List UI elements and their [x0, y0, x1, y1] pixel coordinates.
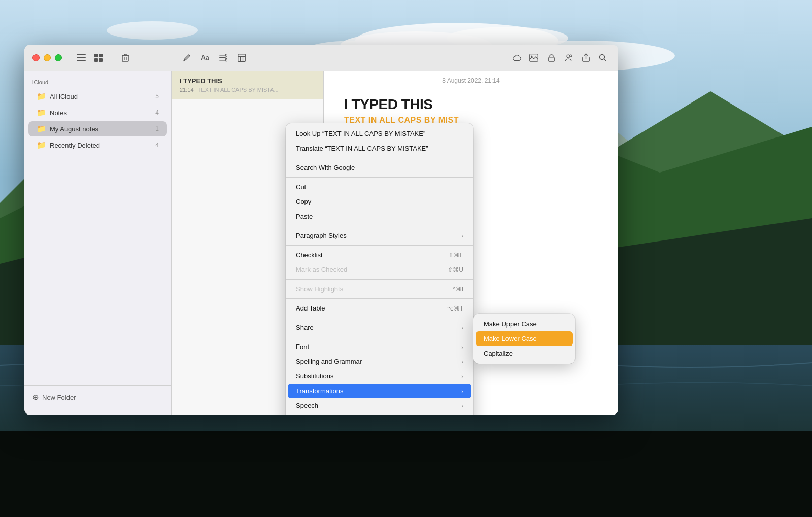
- ctx-translate[interactable]: Translate “TEXT IN ALL CAPS BY MISTAKE”: [288, 141, 471, 156]
- sidebar-item-label-all-icloud: All iCloud: [50, 93, 153, 100]
- ctx-sep-7: [286, 318, 473, 318]
- folder-icon-all-icloud: 📁: [37, 92, 46, 101]
- ctx-font[interactable]: Font ›: [288, 339, 471, 354]
- sidebar-item-my-august-notes[interactable]: 📁 My August notes 1: [28, 121, 167, 136]
- app-window: Aa: [24, 45, 618, 415]
- ctx-translate-label: Translate “TEXT IN ALL CAPS BY MISTAKE”: [296, 145, 428, 152]
- compose-icon[interactable]: [182, 53, 192, 63]
- ctx-search-google[interactable]: Search With Google: [288, 160, 471, 175]
- context-menu: Look Up “TEXT IN ALL CAPS BY MISTAKE” Tr…: [286, 123, 473, 415]
- toolbar-right-icons: [512, 53, 608, 63]
- new-folder-button[interactable]: ⊕ New Folder: [32, 391, 76, 404]
- ctx-mark-as-checked-shortcut: ⇧⌘U: [448, 266, 463, 273]
- svg-point-27: [225, 54, 227, 56]
- ctx-sep-5: [286, 279, 473, 280]
- ctx-paragraph-styles-arrow: ›: [461, 233, 463, 239]
- close-button[interactable]: [32, 54, 40, 61]
- sidebar-item-label-notes: Notes: [50, 109, 153, 117]
- ctx-share[interactable]: Share ›: [288, 320, 471, 335]
- folder-icon-deleted: 📁: [37, 141, 46, 150]
- sidebar-item-all-icloud[interactable]: 📁 All iCloud 5: [28, 89, 167, 104]
- media-icon[interactable]: [529, 53, 539, 63]
- svg-rect-19: [94, 54, 98, 57]
- ctx-mark-as-checked-label: Mark as Checked: [296, 266, 347, 273]
- sidebar-item-label-august: My August notes: [50, 125, 153, 133]
- grid-view-icon[interactable]: [93, 53, 104, 63]
- ctx-paragraph-styles[interactable]: Paragraph Styles ›: [288, 228, 471, 243]
- ctx-copy[interactable]: Copy: [288, 194, 471, 209]
- ctx-sep-2: [286, 177, 473, 178]
- ctx-font-label: Font: [296, 343, 309, 351]
- ctx-sep-4: [286, 245, 473, 246]
- submenu-capitalize[interactable]: Capitalize: [476, 346, 573, 361]
- ctx-sep-1: [286, 158, 473, 158]
- ctx-checklist[interactable]: Checklist ⇧⌘L: [288, 248, 471, 262]
- svg-rect-15: [0, 431, 812, 517]
- ctx-checklist-label: Checklist: [296, 251, 323, 259]
- ctx-show-highlights-shortcut: ^⌘I: [453, 286, 463, 293]
- ctx-spelling-grammar-label: Spelling and Grammar: [296, 358, 362, 365]
- svg-rect-26: [219, 60, 225, 61]
- ctx-sep-3: [286, 226, 473, 226]
- submenu-transformations: Make Upper Case Make Lower Case Capitali…: [473, 314, 575, 364]
- ctx-checklist-shortcut: ⇧⌘L: [449, 252, 463, 259]
- svg-rect-30: [238, 54, 246, 61]
- submenu-make-lower-case[interactable]: Make Lower Case: [476, 331, 573, 346]
- search-icon[interactable]: [598, 53, 608, 63]
- svg-rect-20: [99, 54, 103, 57]
- sidebar-section-label: iCloud: [24, 77, 171, 88]
- ctx-add-table-label: Add Table: [296, 304, 325, 312]
- svg-rect-17: [77, 57, 86, 58]
- trash-icon[interactable]: [120, 53, 130, 63]
- collaborator-icon[interactable]: [563, 53, 573, 63]
- sidebar-item-recently-deleted[interactable]: 📁 Recently Deleted 4: [28, 137, 167, 153]
- submenu-make-upper-case[interactable]: Make Upper Case: [476, 317, 573, 331]
- submenu-make-lower-case-label: Make Lower Case: [484, 335, 537, 342]
- svg-rect-23: [122, 55, 128, 61]
- svg-point-36: [531, 55, 533, 57]
- ctx-transformations[interactable]: Transformations ›: [288, 384, 471, 398]
- checklist-icon[interactable]: [218, 53, 228, 63]
- folder-icon-august: 📁: [37, 124, 46, 133]
- svg-rect-22: [99, 58, 103, 62]
- svg-point-29: [225, 59, 227, 61]
- ctx-copy-label: Copy: [296, 198, 311, 205]
- note-item[interactable]: I TYPED THIS 21:14 TEXT IN ALL CAPS BY M…: [172, 71, 323, 99]
- note-item-preview: TEXT IN ALL CAPS BY MISTA...: [198, 87, 279, 93]
- ctx-speech-arrow: ›: [461, 403, 463, 409]
- svg-rect-21: [94, 58, 98, 62]
- icloud-icon[interactable]: [512, 53, 522, 63]
- sidebar-item-count-all-icloud: 5: [155, 93, 159, 100]
- submenu-make-upper-case-label: Make Upper Case: [484, 320, 537, 328]
- table-icon[interactable]: [236, 53, 247, 63]
- ctx-layout-orientation[interactable]: Layout Orientation ›: [288, 413, 471, 415]
- ctx-add-table[interactable]: Add Table ⌥⌘T: [288, 301, 471, 316]
- list-view-icon[interactable]: [76, 53, 86, 63]
- ctx-paste[interactable]: Paste: [288, 209, 471, 224]
- note-date: 8 August 2022, 21:14: [324, 71, 618, 88]
- font-format-icon[interactable]: Aa: [200, 53, 210, 63]
- lock-icon[interactable]: [546, 53, 556, 63]
- svg-rect-25: [219, 57, 225, 58]
- ctx-font-arrow: ›: [461, 344, 463, 350]
- ctx-sep-8: [286, 337, 473, 337]
- ctx-speech[interactable]: Speech ›: [288, 398, 471, 413]
- ctx-spelling-grammar[interactable]: Spelling and Grammar ›: [288, 354, 471, 369]
- minimize-button[interactable]: [44, 54, 51, 61]
- share-toolbar-icon[interactable]: [581, 53, 591, 63]
- svg-rect-18: [77, 60, 86, 61]
- maximize-button[interactable]: [55, 54, 62, 61]
- ctx-look-up[interactable]: Look Up “TEXT IN ALL CAPS BY MISTAKE”: [288, 126, 471, 141]
- ctx-share-label: Share: [296, 324, 314, 331]
- sidebar-item-count-august: 1: [155, 125, 159, 132]
- svg-rect-37: [548, 57, 554, 61]
- ctx-transformations-arrow: ›: [461, 388, 463, 394]
- svg-point-28: [225, 56, 227, 58]
- ctx-cut[interactable]: Cut: [288, 180, 471, 194]
- sidebar: iCloud 📁 All iCloud 5 📁 Notes 4 📁 My Aug…: [24, 71, 172, 415]
- note-item-time: 21:14: [180, 87, 194, 93]
- sidebar-item-notes[interactable]: 📁 Notes 4: [28, 105, 167, 120]
- ctx-substitutions[interactable]: Substitutions ›: [288, 369, 471, 384]
- folder-icon-notes: 📁: [37, 108, 46, 117]
- ctx-paragraph-styles-label: Paragraph Styles: [296, 232, 347, 239]
